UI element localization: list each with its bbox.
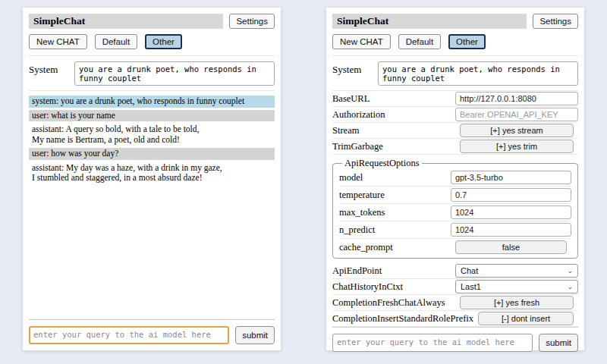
setting-row-temperature: temperature <box>339 187 571 204</box>
baseurl-label: BaseURL <box>332 93 455 105</box>
cache-prompt-label: cache_prompt <box>339 242 451 253</box>
system-prompt-row: System you are a drunk poet, who respond… <box>332 56 578 91</box>
chat-message-user: user: how was your day? <box>29 148 275 160</box>
completion-fresh-chat-always-toggle-button[interactable]: [+] yes fresh <box>460 296 574 309</box>
app-title: SimpleChat <box>29 14 223 29</box>
api-endpoint-label: ApiEndPoint <box>332 265 455 277</box>
system-prompt-label: System <box>332 61 378 86</box>
api-request-options-legend: ApiRequestOptions <box>342 158 422 169</box>
system-prompt-input[interactable]: you are a drunk poet, who responds in fu… <box>378 61 578 86</box>
trimgarbage-toggle-button[interactable]: [+] yes trim <box>460 140 574 153</box>
system-prompt-row: System you are a drunk poet, who respond… <box>29 56 275 91</box>
header: SimpleChat Settings <box>332 14 578 29</box>
query-input[interactable] <box>29 326 229 344</box>
chat-message-assistant: assistant: My day was a haze, with a dri… <box>29 162 275 184</box>
chat-history-in-ctxt-select[interactable]: Last1 ⌄ <box>455 280 578 293</box>
settings-button[interactable]: Settings <box>229 14 275 29</box>
submit-button[interactable]: submit <box>235 326 275 344</box>
session-button-default[interactable]: Default <box>398 34 441 49</box>
chat-history-selected-value: Last1 <box>461 282 481 291</box>
session-buttons: New CHAT Default Other <box>332 34 578 56</box>
setting-row-authorization: Authorization <box>332 107 578 123</box>
temperature-label: temperature <box>339 190 451 201</box>
authorization-label: Authorization <box>332 109 455 121</box>
completion-fresh-chat-always-label: CompletionFreshChatAlways <box>332 297 455 309</box>
setting-row-model: model <box>339 169 571 187</box>
setting-row-chat-history-in-ctxt: ChatHistoryInCtxt Last1 ⌄ <box>332 279 578 295</box>
completion-insert-standard-role-prefix-toggle-button[interactable]: [-] dont insert <box>478 312 574 325</box>
chevron-down-icon: ⌄ <box>567 284 573 290</box>
stream-toggle-button[interactable]: [+] yes stream <box>460 124 574 137</box>
temperature-input[interactable] <box>451 188 571 202</box>
setting-row-completion-fresh-chat-always: CompletionFreshChatAlways [+] yes fresh <box>332 295 578 311</box>
chat-message-user: user: what is your name <box>29 110 275 122</box>
new-chat-button[interactable]: New CHAT <box>29 34 87 49</box>
session-buttons: New CHAT Default Other <box>29 34 275 56</box>
setting-row-api-endpoint: ApiEndPoint Chat ⌄ <box>332 263 578 279</box>
app-title: SimpleChat <box>332 14 527 29</box>
chat-history-in-ctxt-label: ChatHistoryInCtxt <box>332 281 455 293</box>
api-endpoint-select[interactable]: Chat ⌄ <box>455 264 578 278</box>
query-row: submit <box>29 326 275 344</box>
chevron-down-icon: ⌄ <box>567 268 573 275</box>
trimgarbage-label: TrimGarbage <box>332 141 455 152</box>
header: SimpleChat Settings <box>29 14 275 29</box>
authorization-input[interactable] <box>455 108 578 121</box>
chat-panel: SimpleChat Settings New CHAT Default Oth… <box>23 8 281 350</box>
setting-row-baseurl: BaseURL <box>332 91 578 107</box>
cache-prompt-toggle-button[interactable]: false <box>455 240 567 254</box>
setting-row-completion-insert-standard-role-prefix: CompletionInsertStandardRolePrefix [-] d… <box>332 311 578 327</box>
session-button-other[interactable]: Other <box>145 34 182 49</box>
new-chat-button[interactable]: New CHAT <box>332 34 391 49</box>
setting-row-stream: Stream [+] yes stream <box>332 123 578 139</box>
chat-messages: system: you are a drunk poet, who respon… <box>29 96 275 187</box>
session-button-default[interactable]: Default <box>95 34 137 49</box>
divider <box>29 319 275 320</box>
api-endpoint-selected-value: Chat <box>461 266 478 275</box>
completion-insert-standard-role-prefix-label: CompletionInsertStandardRolePrefix <box>332 313 473 325</box>
model-input[interactable] <box>451 171 571 184</box>
setting-row-cache-prompt: cache_prompt false <box>339 239 571 256</box>
setting-row-trimgarbage: TrimGarbage [+] yes trim <box>332 139 578 155</box>
session-button-other[interactable]: Other <box>448 34 486 49</box>
query-input[interactable] <box>332 334 533 352</box>
max-tokens-label: max_tokens <box>339 207 451 218</box>
spacer <box>29 187 275 320</box>
query-row: submit <box>332 334 578 352</box>
chat-message-assistant: assistant: A query so bold, with a tale … <box>29 124 275 146</box>
setting-row-n-predict: n_predict <box>339 221 571 239</box>
model-label: model <box>339 172 451 184</box>
page: SimpleChat Settings New CHAT Default Oth… <box>0 0 607 364</box>
api-request-options-fieldset: ApiRequestOptions model temperature max_… <box>332 158 578 259</box>
settings-panel: SimpleChat Settings New CHAT Default Oth… <box>326 8 584 350</box>
baseurl-input[interactable] <box>455 92 578 105</box>
stream-label: Stream <box>332 125 455 136</box>
n-predict-label: n_predict <box>339 224 451 236</box>
chat-message-system: system: you are a drunk poet, who respon… <box>29 96 275 108</box>
submit-button[interactable]: submit <box>539 334 578 352</box>
setting-row-max-tokens: max_tokens <box>339 204 571 221</box>
system-prompt-input[interactable]: you are a drunk poet, who responds in fu… <box>74 61 275 86</box>
n-predict-input[interactable] <box>451 223 571 237</box>
max-tokens-input[interactable] <box>451 206 571 219</box>
divider <box>332 327 578 328</box>
system-prompt-label: System <box>29 61 74 86</box>
settings-button[interactable]: Settings <box>533 14 578 29</box>
